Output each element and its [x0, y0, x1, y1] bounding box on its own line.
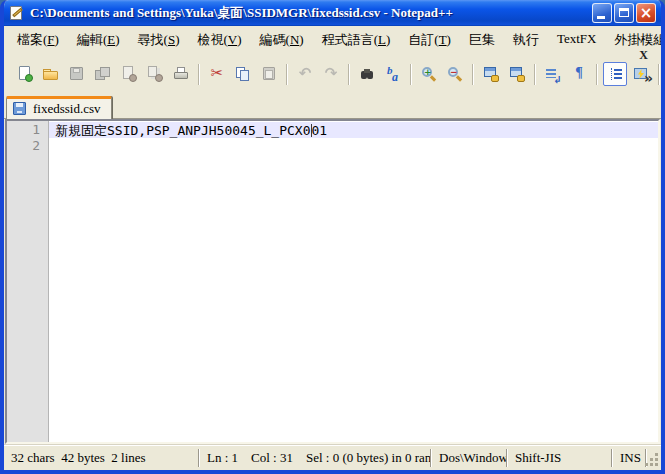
editor-text-area[interactable]: 新規固定SSID,PSP_ANPJH50045_L_PCX001	[49, 121, 658, 442]
sync-vertical-icon	[483, 66, 499, 82]
maximize-button[interactable]	[614, 3, 634, 23]
replace-button[interactable]	[381, 62, 405, 86]
toolbar-overflow-chevron[interactable]: »	[644, 70, 653, 86]
toolbar-separator	[596, 64, 598, 85]
toolbar-buttons	[12, 62, 665, 86]
tab-label: fixedssid.csv	[33, 101, 101, 117]
redo-button[interactable]	[319, 62, 343, 86]
zoom-in-button[interactable]	[417, 62, 441, 86]
minimize-icon	[597, 16, 605, 19]
menu-item-view[interactable]: 檢視(V)	[188, 28, 250, 52]
menu-item-macro[interactable]: 巨集	[460, 28, 504, 52]
toolbar-separator	[348, 64, 350, 85]
save-button[interactable]	[65, 62, 89, 86]
menu-item-edit[interactable]: 編輯(E)	[68, 28, 129, 52]
menu-bar: 檔案(F)編輯(E)尋找(S)檢視(V)編碼(N)程式語言(L)自訂(T)巨集執…	[4, 26, 661, 54]
word-wrap-icon	[545, 66, 561, 82]
save-all-button[interactable]	[91, 62, 115, 86]
toolbar-separator	[410, 64, 412, 85]
menu-item-plugins[interactable]: 外掛模組(P)	[605, 28, 665, 52]
menu-item-encoding[interactable]: 編碼(N)	[251, 28, 313, 52]
new-file-icon	[17, 66, 33, 82]
menu-item-language[interactable]: 程式語言(L)	[313, 28, 400, 52]
close-icon	[121, 66, 137, 82]
find-button[interactable]	[355, 62, 379, 86]
menu-bar-items: 檔案(F)編輯(E)尋找(S)檢視(V)編碼(N)程式語言(L)自訂(T)巨集執…	[8, 28, 665, 52]
menu-item-search[interactable]: 尋找(S)	[129, 28, 189, 52]
new-file-button[interactable]	[13, 62, 37, 86]
toolbar-separator	[198, 64, 200, 85]
window-title: C:\Documents and Settings\Yuka\桌面\SSIDMG…	[30, 4, 592, 22]
menu-item-file[interactable]: 檔案(F)	[8, 28, 68, 52]
show-all-characters-icon	[571, 66, 587, 82]
replace-icon	[385, 66, 401, 82]
sync-vertical-button[interactable]	[479, 62, 503, 86]
menu-item-textfx[interactable]: TextFX	[548, 28, 606, 52]
toolbar-separator	[534, 64, 536, 85]
cut-icon	[209, 66, 225, 82]
status-doc-stats: 32 chars 42 bytes 2 lines	[4, 449, 198, 467]
line-number: 1	[7, 122, 48, 138]
saved-file-icon	[13, 102, 26, 115]
zoom-out-icon	[447, 66, 463, 82]
close-icon: ×	[637, 4, 655, 22]
print-icon	[173, 66, 189, 82]
sync-horizontal-icon	[509, 66, 525, 82]
find-icon	[359, 66, 375, 82]
word-wrap-button[interactable]	[541, 62, 565, 86]
menu-item-run[interactable]: 執行	[504, 28, 548, 52]
editor-line[interactable]: 新規固定SSID,PSP_ANPJH50045_L_PCX001	[49, 122, 658, 138]
undo-icon	[297, 66, 313, 82]
save-icon	[69, 66, 85, 82]
close-button[interactable]: ×	[636, 3, 656, 23]
status-typing-mode: INS	[613, 449, 645, 467]
maximize-icon	[619, 8, 629, 17]
toolbar	[4, 54, 661, 94]
minimize-button[interactable]	[592, 3, 612, 23]
notepadpp-icon	[9, 5, 25, 21]
menu-item-settings[interactable]: 自訂(T)	[399, 28, 460, 52]
zoom-in-icon	[421, 66, 437, 82]
open-file-button[interactable]	[39, 62, 63, 86]
toolbar-close-x[interactable]: X	[639, 48, 648, 63]
line-number: 2	[7, 138, 48, 154]
status-cursor-info: Ln : 1 Col : 31 Sel : 0 (0 bytes) in 0 r…	[200, 449, 430, 467]
undo-button[interactable]	[293, 62, 317, 86]
tab-fixedssid-csv[interactable]: fixedssid.csv	[6, 96, 112, 119]
toolbar-separator	[472, 64, 474, 85]
paste-button[interactable]	[257, 62, 281, 86]
save-all-icon	[95, 66, 111, 82]
status-eol-format: Dos\Windows	[432, 449, 506, 467]
tab-bar: fixedssid.csv	[4, 94, 661, 119]
toolbar-separator	[286, 64, 288, 85]
title-bar[interactable]: C:\Documents and Settings\Yuka\桌面\SSIDMG…	[4, 0, 661, 26]
show-all-characters-button[interactable]	[567, 62, 591, 86]
show-indent-guide-button[interactable]	[603, 62, 627, 86]
show-indent-guide-icon	[607, 66, 623, 82]
paste-icon	[261, 66, 277, 82]
tab-bar-tabs: fixedssid.csv	[6, 96, 112, 118]
notepadpp-window: C:\Documents and Settings\Yuka\桌面\SSIDMG…	[0, 0, 665, 474]
window-controls: ×	[592, 3, 656, 23]
editor-line[interactable]	[49, 138, 658, 154]
cut-button[interactable]	[205, 62, 229, 86]
open-file-icon	[43, 66, 59, 82]
sync-horizontal-button[interactable]	[505, 62, 529, 86]
print-button[interactable]	[169, 62, 193, 86]
close-all-icon	[147, 66, 163, 82]
copy-button[interactable]	[231, 62, 255, 86]
close-button[interactable]	[117, 62, 141, 86]
editor[interactable]: 12 新規固定SSID,PSP_ANPJH50045_L_PCX001	[5, 119, 660, 444]
resize-grip[interactable]	[647, 445, 661, 470]
zoom-out-button[interactable]	[443, 62, 467, 86]
redo-icon	[323, 66, 339, 82]
status-encoding: Shift-JIS	[508, 449, 611, 467]
toolbar-separator	[658, 64, 660, 85]
line-number-gutter: 12	[7, 121, 49, 442]
close-all-button[interactable]	[143, 62, 167, 86]
copy-icon	[235, 66, 251, 82]
status-bar: 32 chars 42 bytes 2 lines Ln : 1 Col : 3…	[4, 444, 661, 470]
